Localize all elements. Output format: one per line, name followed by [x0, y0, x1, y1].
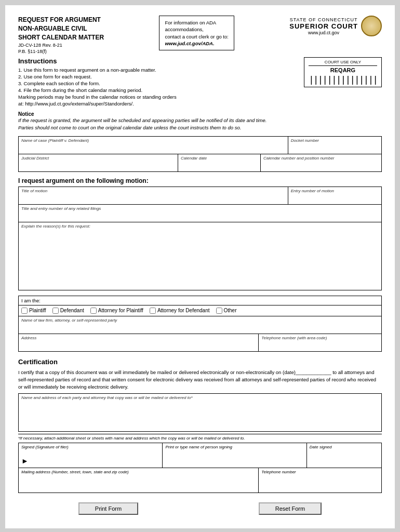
case-name-col: Name of case (Plaintiff v. Defendant) — [19, 137, 288, 154]
mailing-address-input[interactable] — [21, 482, 256, 491]
form-page: REQUEST FOR ARGUMENT NON-ARGUABLE CIVIL … — [5, 5, 395, 528]
certification-heading: Certification — [18, 358, 382, 366]
attorney-plaintiff-checkbox-item: Attorney for Plaintiff — [90, 308, 143, 314]
calendar-number-input[interactable] — [263, 161, 379, 170]
attorney-defendant-checkbox[interactable] — [150, 308, 156, 314]
notice-section: Notice If the request is granted, the ar… — [18, 111, 382, 131]
telephone2-input[interactable] — [261, 482, 379, 491]
related-filings-input[interactable] — [21, 211, 379, 220]
judicial-input[interactable] — [21, 161, 175, 170]
court-info: STATE OF CONNECTICUT SUPERIOR COURT www.… — [289, 16, 382, 36]
entry-number-input[interactable] — [291, 193, 379, 203]
explain-col: Explain the reason(s) for this request: — [19, 222, 381, 288]
print-button[interactable]: Print Form — [78, 502, 138, 515]
defendant-checkbox-item: Defendant — [52, 308, 84, 314]
attorney-defendant-checkbox-item: Attorney for Defendant — [150, 308, 210, 314]
law-firm-input[interactable] — [21, 323, 379, 332]
cert-address-section: Name and address of each party and attor… — [18, 393, 382, 432]
iam-section: I am the: Plaintiff Defendant Attorney f… — [18, 296, 382, 352]
case-name-row: Name of case (Plaintiff v. Defendant) Do… — [19, 137, 381, 154]
ada-info-box: For information on ADA accommodations, c… — [159, 16, 234, 50]
checkbox-row: Plaintiff Defendant Attorney for Plainti… — [19, 305, 381, 316]
calendar-number-col: Calendar number and position number — [261, 154, 381, 171]
signed-col: Signed (Signature of filer) ► — [19, 443, 163, 468]
iam-form-section: I am the: Plaintiff Defendant Attorney f… — [18, 296, 382, 352]
title-motion-col: Title of motion — [19, 187, 288, 204]
telephone2-col: Telephone number — [259, 468, 381, 493]
motion-row: Title of motion Entry number of motion — [19, 187, 381, 205]
instruction-4: 4. File the form during the short calend… — [18, 87, 382, 93]
calendar-date-col: Calendar date — [178, 154, 261, 171]
attorney-plaintiff-checkbox[interactable] — [90, 308, 97, 314]
instruction-4b: at: http://www.jud.ct.gov/external/super… — [18, 101, 382, 107]
iam-label-row: I am the: — [19, 296, 381, 305]
case-docket-section: Name of case (Plaintiff v. Defendant) Do… — [18, 136, 382, 172]
explain-textarea[interactable] — [21, 229, 379, 286]
print-name-col: Print or type name of person signing — [163, 443, 306, 468]
sig-row-2: Mailing address (Number, street, town, s… — [19, 468, 381, 493]
form-id: JD-CV-128 Rev. 8-21 — [18, 43, 104, 48]
plaintiff-checkbox-item: Plaintiff — [21, 308, 46, 314]
entry-number-col: Entry number of motion — [288, 187, 381, 204]
date-signed-col: Date signed — [307, 443, 381, 468]
mailing-address-col: Mailing address (Number, street, town, s… — [19, 468, 259, 493]
button-row: Print Form Reset Form — [18, 499, 382, 518]
plaintiff-checkbox[interactable] — [21, 308, 28, 314]
instruction-4a: Marking periods may be found in the cale… — [18, 94, 382, 100]
form-title: REQUEST FOR ARGUMENT NON-ARGUABLE CIVIL … — [18, 16, 104, 42]
defendant-checkbox[interactable] — [52, 308, 59, 314]
certification-section: Certification I certify that a copy of t… — [18, 358, 382, 493]
explain-row: Explain the reason(s) for this request: — [19, 222, 381, 290]
related-filings-row: Title and entry number of any related fi… — [19, 205, 381, 222]
related-filings-col: Title and entry number of any related fi… — [19, 205, 381, 222]
telephone-col: Telephone number (with area code) — [259, 334, 381, 351]
address-col: Address — [19, 334, 259, 351]
certification-text: I certify that a copy of this document w… — [18, 369, 382, 391]
other-checkbox-item: Other — [216, 308, 237, 314]
calendar-date-input[interactable] — [181, 161, 258, 170]
print-name-input[interactable] — [165, 457, 303, 466]
header-left: REQUEST FOR ARGUMENT NON-ARGUABLE CIVIL … — [18, 16, 104, 54]
cert-address-row: Name and address of each party and attor… — [19, 394, 381, 431]
notice-title: Notice — [18, 111, 34, 117]
motion-section: Title of motion Entry number of motion T… — [18, 187, 382, 290]
instructions-section: COURT USE ONLY REQARG ||||||||||||||| In… — [18, 57, 382, 131]
footnote: *If necessary, attach additional sheet o… — [18, 434, 382, 441]
title-motion-input[interactable] — [21, 193, 285, 203]
certification: Certification I certify that a copy of t… — [18, 358, 382, 391]
cert-address-textarea[interactable] — [21, 400, 379, 429]
address-input[interactable] — [21, 340, 256, 350]
case-name-input[interactable] — [21, 143, 285, 152]
sig-row-1: Signed (Signature of filer) ► Print or t… — [19, 443, 381, 468]
barcode: ||||||||||||||| — [309, 75, 377, 85]
court-seal-icon — [361, 16, 382, 36]
address-row: Address Telephone number (with area code… — [19, 334, 381, 351]
reset-button[interactable]: Reset Form — [259, 502, 322, 515]
cert-address-col: Name and address of each party and attor… — [19, 394, 381, 431]
other-checkbox[interactable] — [216, 308, 222, 314]
law-firm-col: Name of law firm, attorney, or self-repr… — [19, 316, 381, 334]
docket-col: Docket number — [288, 137, 381, 154]
signature-section: Signed (Signature of filer) ► Print or t… — [18, 443, 382, 493]
header: REQUEST FOR ARGUMENT NON-ARGUABLE CIVIL … — [18, 16, 382, 54]
court-use-box: COURT USE ONLY REQARG ||||||||||||||| — [304, 57, 382, 87]
docket-input[interactable] — [291, 143, 379, 152]
date-signed-input[interactable] — [310, 457, 379, 466]
signature-arrow-icon: ► — [21, 457, 29, 465]
law-firm-row: Name of law firm, attorney, or self-repr… — [19, 316, 381, 334]
pb-ref: P.B. §11-18(f) — [18, 49, 104, 54]
telephone-input[interactable] — [261, 340, 379, 350]
request-section: I request argument on the following moti… — [18, 177, 382, 290]
judicial-row: Judicial District Calendar date Calendar… — [19, 154, 381, 171]
request-heading: I request argument on the following moti… — [18, 177, 382, 184]
notice-text1: If the request is granted, the argument … — [18, 117, 382, 131]
judicial-col: Judicial District — [19, 154, 178, 171]
